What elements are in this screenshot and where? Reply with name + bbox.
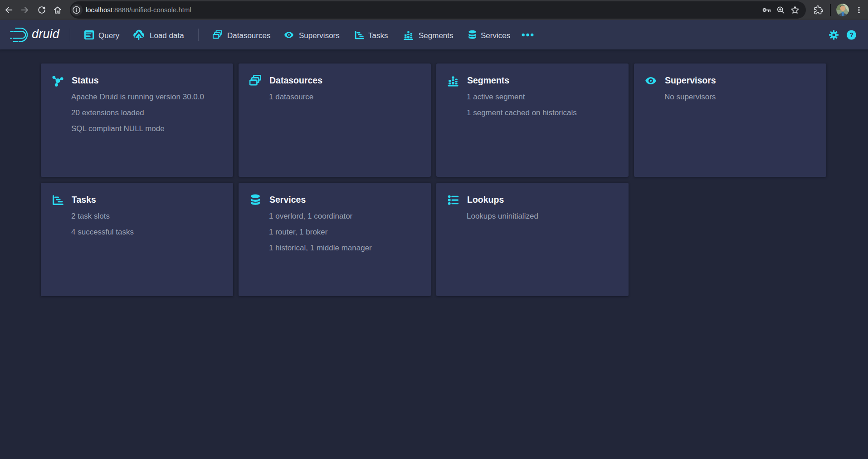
svg-text:?: ? xyxy=(849,31,853,39)
